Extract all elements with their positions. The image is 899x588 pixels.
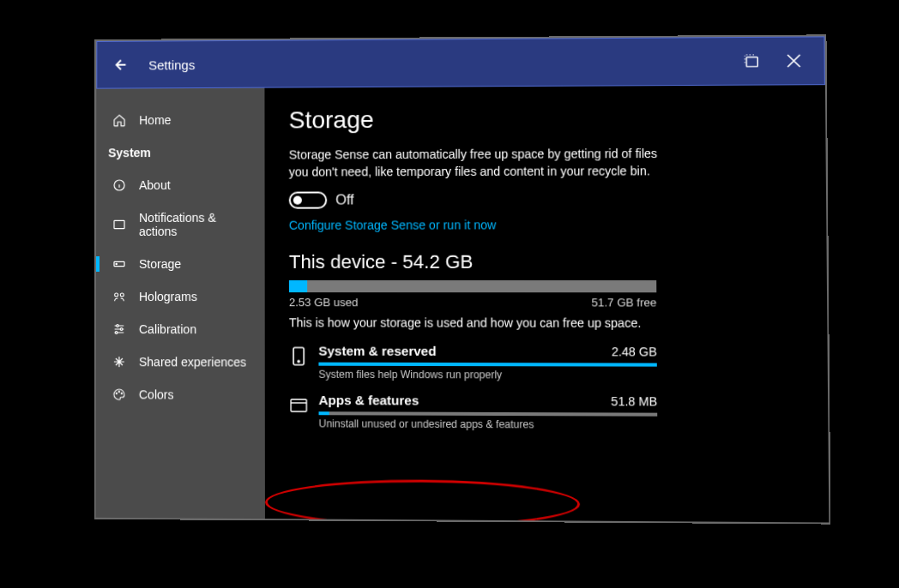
back-button[interactable] [109, 55, 130, 75]
sidebar-item-label: Shared experiences [139, 355, 246, 369]
sidebar-item-storage[interactable]: Storage [96, 248, 265, 280]
toggle-thumb [293, 195, 302, 204]
sidebar-item-label: Storage [139, 257, 181, 271]
sidebar: Home System About Notifications & action… [96, 88, 265, 519]
svg-rect-2 [114, 220, 124, 228]
device-icon [289, 345, 308, 367]
sidebar-item-holograms[interactable]: Holograms [96, 280, 265, 313]
follow-me-icon [741, 52, 761, 69]
toggle-label: Off [335, 192, 353, 207]
sidebar-item-about[interactable]: About [96, 169, 264, 201]
svg-point-11 [118, 391, 119, 392]
device-storage-legend: 2.53 GB used 51.7 GB free [289, 296, 656, 309]
svg-point-4 [116, 263, 117, 264]
sidebar-item-home[interactable]: Home [96, 104, 264, 137]
shared-icon [112, 355, 127, 369]
page-title: Storage [289, 105, 801, 135]
svg-point-12 [121, 393, 122, 393]
sidebar-item-label: Calibration [139, 322, 196, 336]
category-size: 51.8 MB [611, 394, 657, 408]
category-bar [318, 362, 656, 366]
category-system-reserved[interactable]: System & reserved 2.48 GB System files h… [289, 343, 657, 381]
device-storage-bar [289, 280, 656, 292]
sidebar-item-label: About [139, 178, 171, 192]
holograms-icon [112, 290, 127, 303]
sidebar-group-system: System [96, 136, 264, 170]
svg-point-7 [117, 325, 119, 327]
category-description: Uninstall unused or undesired apps & fea… [319, 417, 658, 431]
svg-point-8 [120, 328, 123, 331]
sidebar-item-label: Notifications & actions [139, 211, 252, 238]
category-name: System & reserved [318, 343, 436, 357]
info-icon [112, 178, 127, 192]
category-apps-features[interactable]: Apps & features 51.8 MB Uninstall unused… [289, 392, 657, 430]
svg-rect-15 [291, 399, 306, 411]
sidebar-item-label: Holograms [139, 290, 197, 303]
storage-icon [112, 257, 127, 271]
titlebar: Settings [96, 36, 825, 88]
close-button[interactable] [776, 44, 812, 79]
svg-point-9 [115, 332, 118, 334]
category-description: System files help Windows run properly [318, 368, 657, 381]
notification-icon [112, 218, 127, 231]
svg-rect-0 [746, 57, 757, 67]
close-icon [786, 53, 802, 69]
category-size: 2.48 GB [612, 345, 657, 358]
apps-icon [289, 393, 308, 416]
sliders-icon [112, 322, 127, 336]
category-name: Apps & features [318, 393, 419, 408]
back-arrow-icon [110, 56, 129, 75]
breakdown-intro: This is how your storage is used and how… [289, 315, 802, 330]
storage-sense-toggle[interactable]: Off [289, 190, 801, 208]
toggle-track[interactable] [289, 191, 327, 208]
sidebar-item-label: System [108, 146, 151, 159]
sidebar-item-notifications[interactable]: Notifications & actions [96, 201, 265, 248]
svg-point-6 [120, 293, 124, 297]
window-title: Settings [148, 57, 195, 72]
sidebar-item-calibration[interactable]: Calibration [96, 313, 265, 345]
annotation-ellipse [265, 479, 580, 523]
svg-point-10 [116, 393, 117, 393]
sidebar-item-shared[interactable]: Shared experiences [96, 345, 265, 379]
follow-me-button[interactable] [733, 44, 769, 79]
home-icon [112, 113, 127, 127]
svg-point-5 [115, 293, 118, 297]
storage-sense-description: Storage Sense can automatically free up … [289, 145, 673, 181]
used-label: 2.53 GB used [289, 296, 358, 309]
free-label: 51.7 GB free [591, 296, 656, 309]
sidebar-item-label: Colors [139, 387, 174, 401]
device-section-title: This device - 54.2 GB [289, 250, 802, 273]
device-storage-fill [289, 280, 307, 292]
category-bar [319, 411, 658, 417]
svg-point-14 [298, 360, 299, 362]
palette-icon [112, 387, 127, 401]
sidebar-item-colors[interactable]: Colors [96, 378, 265, 411]
configure-storage-link[interactable]: Configure Storage Sense or run it now [289, 218, 497, 231]
sidebar-item-label: Home [139, 113, 171, 127]
settings-window: Settings Home System [94, 34, 831, 524]
main-content: Storage Storage Sense can automatically … [264, 85, 829, 522]
